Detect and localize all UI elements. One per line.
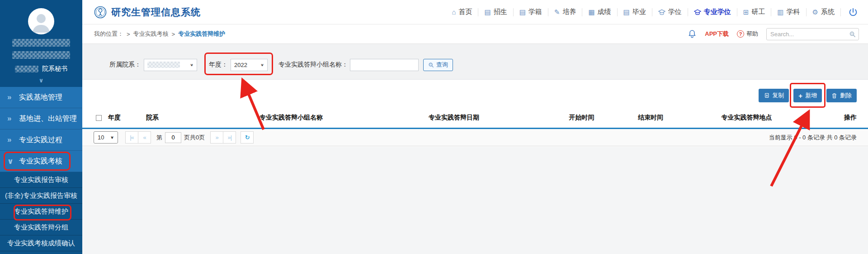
nav-item-professional-degree[interactable]: 专业学位	[688, 8, 737, 16]
copy-button[interactable]: 复制	[759, 89, 789, 102]
grid-panel: 复制 + 新增	[82, 80, 868, 147]
page-size-value: 10	[98, 134, 104, 141]
double-chevron-icon: »	[7, 93, 19, 102]
sidebar-item-report-review[interactable]: 专业实践报告审核	[0, 172, 82, 188]
column-header-end-time: 结束时间	[619, 114, 682, 122]
sidebar-item-label: 专业实践考核	[19, 157, 62, 166]
submenu-item-label: 专业实践答辩维护	[14, 207, 68, 216]
double-chevron-icon: »	[7, 135, 19, 144]
nav-label: 学位	[668, 8, 682, 16]
nav-label: 成绩	[598, 8, 611, 16]
chevron-down-icon: ∨	[260, 63, 264, 67]
notification-bell-icon[interactable]	[688, 29, 697, 38]
column-header-department: 院系	[140, 114, 219, 122]
breadcrumb-separator: >	[172, 31, 175, 38]
last-page-button[interactable]: »|	[223, 131, 236, 144]
breadcrumb-item-practice-assessment[interactable]: 专业实践考核	[133, 30, 169, 38]
sidebar-item-practice-base-mgmt[interactable]: » 实践基地管理	[0, 87, 82, 108]
dept-filter-label: 所属院系：	[109, 61, 141, 69]
app-download-link[interactable]: APP下载	[705, 30, 729, 38]
delete-button[interactable]: 删除	[826, 89, 857, 102]
brand: 研究生管理信息系统	[82, 6, 201, 19]
user-profile: 院系秘书 ∨	[0, 0, 82, 87]
sidebar-item-base-in-out-mgmt[interactable]: » 基地进、出站管理	[0, 108, 82, 129]
sidebar-menu: » 实践基地管理 » 基地进、出站管理 » 专业实践过程 ∨ 专业实践考核	[0, 87, 82, 172]
sidebar-item-label: 专业实践过程	[19, 135, 62, 145]
double-chevron-icon: »	[7, 114, 19, 123]
id-card-icon: ▤	[519, 8, 526, 16]
nav-item-training[interactable]: ✎ 培养	[548, 8, 582, 16]
select-all-checkbox[interactable]	[96, 115, 102, 121]
person-icon	[28, 8, 54, 34]
search-input[interactable]	[766, 28, 859, 40]
refresh-button[interactable]: ↻	[241, 131, 254, 144]
breadcrumb: 我的位置： > 专业实践考核 > 专业实践答辩维护	[94, 30, 225, 38]
sidebar-item-assessment-score-confirm[interactable]: 专业实践考核成绩确认	[0, 235, 82, 251]
sidebar-item-practice-process[interactable]: » 专业实践过程	[0, 129, 82, 151]
page-total-label: 页共0页	[184, 134, 205, 142]
submenu-item-label: 专业实践报告审核	[14, 176, 68, 184]
avatar	[28, 8, 54, 34]
grid-icon: ⊞	[743, 8, 749, 16]
add-button[interactable]: + 新增	[793, 89, 822, 102]
nav-label: 系统	[821, 8, 835, 16]
pager-controls: |« « 第 页共0页 » »| ↻	[125, 131, 254, 144]
nav-item-research-affairs[interactable]: ⊞ 研工	[737, 8, 771, 16]
add-button-label: 新增	[805, 91, 817, 100]
year-select[interactable]: 2022 ∨	[231, 59, 268, 71]
nav-item-discipline[interactable]: ▥ 学科	[771, 8, 806, 16]
nav-label: 研工	[751, 8, 765, 16]
chevron-down-icon[interactable]: ∨	[0, 77, 82, 84]
column-header-group-name: 专业实践答辩小组名称	[219, 114, 363, 122]
nav-item-graduation[interactable]: ▤ 毕业	[618, 8, 652, 16]
year-select-value: 2022	[234, 62, 247, 68]
query-button[interactable]: 查询	[423, 59, 453, 71]
pagination-bar: 10 ∨ |« « 第 页共0页 » »| ↻	[82, 129, 868, 146]
logout-button[interactable]	[841, 7, 863, 17]
next-page-button[interactable]: »	[210, 131, 223, 144]
nav-label: 招生	[494, 8, 507, 16]
copy-icon	[764, 93, 769, 99]
question-icon: ?	[737, 30, 744, 38]
column-header-location: 专业实践答辩地点	[682, 114, 811, 122]
search-icon[interactable]	[849, 31, 856, 38]
nav-label: 毕业	[632, 8, 646, 16]
chevron-down-icon: ∨	[190, 63, 193, 67]
home-icon: ⌂	[452, 8, 456, 16]
university-logo-icon	[94, 6, 107, 19]
breadcrumb-separator: >	[127, 31, 130, 38]
breadcrumb-item-current[interactable]: 专业实践答辩维护	[178, 30, 225, 38]
nav-item-home[interactable]: ⌂ 首页	[446, 8, 478, 16]
nav-item-admissions[interactable]: ▤ 招生	[478, 8, 513, 16]
search-icon	[428, 62, 434, 68]
page-size-select[interactable]: 10 ∨	[94, 131, 118, 144]
group-name-input[interactable]	[350, 59, 419, 71]
column-header-year: 年度	[108, 114, 140, 122]
gear-icon: ⚙	[812, 8, 818, 16]
page-number-input[interactable]	[165, 132, 181, 143]
nav-item-student-status[interactable]: ▤ 学籍	[514, 8, 548, 16]
help-link[interactable]: ? 帮助	[737, 30, 758, 38]
books-icon: ▥	[777, 8, 783, 16]
nav-item-system[interactable]: ⚙ 系统	[807, 8, 840, 16]
nav-label: 专业学位	[704, 8, 731, 16]
nav-item-grades[interactable]: ▦ 成绩	[582, 8, 617, 16]
first-page-button[interactable]: |«	[125, 131, 138, 144]
grid-toolbar: 复制 + 新增	[82, 80, 868, 108]
table-header-row: 年度 院系 专业实践答辩小组名称 专业实践答辩日期 开始时间 结束时间 专业实践…	[82, 108, 868, 129]
nav-item-degree[interactable]: 学位	[652, 8, 688, 16]
sidebar-item-defense-maintenance[interactable]: 专业实践答辩维护	[0, 204, 82, 220]
masked-department	[15, 66, 38, 72]
chevron-down-icon: ∨	[110, 135, 114, 139]
power-icon	[848, 7, 858, 17]
nav-label: 首页	[458, 8, 472, 16]
sidebar-item-practice-assessment[interactable]: ∨ 专业实践考核	[0, 151, 82, 172]
prev-page-button[interactable]: «	[138, 131, 151, 144]
group-name-label: 专业实践答辩小组名称：	[278, 61, 348, 69]
sidebar-item-parttime-report-review[interactable]: (非全)专业实践报告审核	[0, 188, 82, 204]
sidebar-item-defense-grouping[interactable]: 专业实践答辩分组	[0, 220, 82, 235]
dept-select[interactable]: ∨	[144, 59, 197, 71]
nav-label: 培养	[562, 8, 576, 16]
page-root: 院系秘书 ∨ » 实践基地管理 » 基地进、出站管理 » 专业实践过程 ∨ 专业…	[0, 0, 868, 254]
certificate-icon: ▤	[623, 8, 630, 16]
